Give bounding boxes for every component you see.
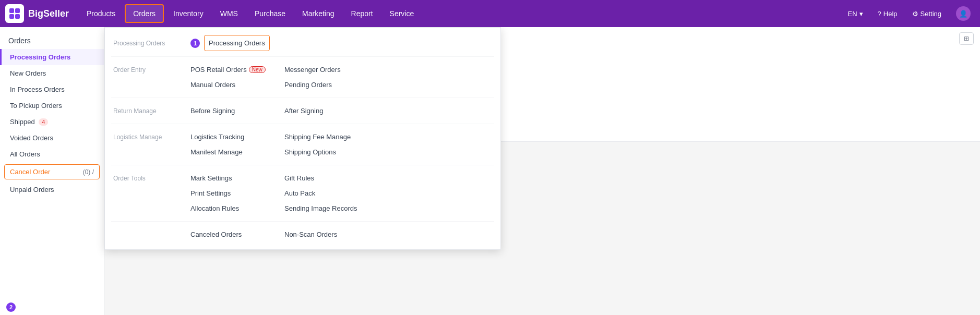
dd-section-label-tools: Order Tools bbox=[113, 171, 186, 182]
nav-service[interactable]: Service bbox=[383, 5, 422, 22]
sidebar-item-all-orders[interactable]: All Orders bbox=[0, 146, 104, 162]
dd-messenger-orders[interactable]: Messenger Orders bbox=[280, 62, 345, 77]
svg-rect-2 bbox=[9, 14, 14, 19]
sidebar-item-unpaid-orders[interactable]: Unpaid Orders bbox=[0, 181, 104, 198]
logo-text: BigSeller bbox=[28, 8, 69, 19]
dd-messenger-label: Messenger Orders bbox=[284, 66, 341, 74]
dd-auto-pack[interactable]: Auto Pack bbox=[280, 186, 361, 201]
dd-col-return-right: After Signing bbox=[280, 103, 327, 118]
dd-allocation-rules-label: Allocation Rules bbox=[190, 204, 239, 212]
dd-allocation-rules[interactable]: Allocation Rules bbox=[186, 201, 280, 216]
new-badge-pos: New bbox=[249, 66, 266, 73]
nav-products[interactable]: Products bbox=[79, 5, 123, 22]
dropdown-tools-section: Order Tools Mark Settings Print Settings… bbox=[105, 168, 500, 218]
dd-col-extra-right: Non-Scan Orders bbox=[280, 227, 341, 242]
dropdown-order-entry-section: Order Entry POS Retail Orders New Manual… bbox=[105, 60, 500, 94]
dd-col-order-entry-right: Messenger Orders Pending Orders bbox=[280, 62, 345, 92]
dd-before-signing[interactable]: Before Signing bbox=[186, 103, 280, 118]
dd-section-label-extra bbox=[113, 227, 186, 231]
sidebar-item-to-pickup-orders[interactable]: To Pickup Orders bbox=[0, 98, 104, 114]
dd-shipping-options-label: Shipping Options bbox=[284, 148, 336, 156]
dd-col-order-entry-left: POS Retail Orders New Manual Orders bbox=[186, 62, 280, 92]
logo[interactable]: BigSeller bbox=[5, 4, 69, 23]
dd-pending-label: Pending Orders bbox=[284, 81, 332, 89]
dd-shipping-fee-manage[interactable]: Shipping Fee Manage bbox=[280, 129, 355, 144]
expand-icon: ⊞ bbox=[964, 35, 969, 42]
dd-col-return-left: Before Signing bbox=[186, 103, 280, 118]
dd-sending-image-records[interactable]: Sending Image Records bbox=[280, 201, 361, 216]
dd-print-settings[interactable]: Print Settings bbox=[186, 186, 280, 201]
dd-section-label-order-entry: Order Entry bbox=[113, 62, 186, 74]
dd-shipping-options[interactable]: Shipping Options bbox=[280, 144, 355, 160]
sidebar: Orders Processing Orders New Orders In P… bbox=[0, 27, 104, 315]
dd-gift-rules[interactable]: Gift Rules bbox=[280, 171, 361, 186]
dd-canceled-orders[interactable]: Canceled Orders bbox=[186, 227, 280, 242]
dd-section-label-processing: Processing Orders bbox=[113, 40, 186, 47]
dd-processing-orders[interactable]: Processing Orders bbox=[204, 35, 270, 51]
lang-text: EN bbox=[847, 10, 857, 18]
nav-marketing[interactable]: Marketing bbox=[295, 5, 341, 22]
main-layout: Orders Processing Orders New Orders In P… bbox=[0, 27, 980, 315]
expand-tabs-button[interactable]: ⊞ bbox=[959, 32, 974, 45]
user-avatar[interactable]: 👤 bbox=[952, 4, 975, 23]
dd-print-settings-label: Print Settings bbox=[190, 189, 231, 197]
help-icon: ? bbox=[878, 10, 881, 18]
dd-section-label-logistics: Logistics Manage bbox=[113, 129, 186, 141]
dd-manual-orders[interactable]: Manual Orders bbox=[186, 77, 280, 92]
nav-orders[interactable]: Orders bbox=[125, 4, 164, 23]
orders-dropdown: Processing Orders 1 Processing Orders Or… bbox=[104, 27, 501, 250]
help-button[interactable]: ? Help bbox=[874, 8, 902, 20]
dd-col-extra-left: Canceled Orders bbox=[186, 227, 280, 242]
dd-after-signing[interactable]: After Signing bbox=[280, 103, 327, 118]
dd-col-logistics-right: Shipping Fee Manage Shipping Options bbox=[280, 129, 355, 160]
svg-rect-1 bbox=[15, 8, 20, 13]
sidebar-item-in-process-orders[interactable]: In Process Orders bbox=[0, 81, 104, 98]
dd-processing-orders-label: Processing Orders bbox=[209, 39, 265, 47]
gear-icon: ⚙ bbox=[912, 10, 918, 18]
cancel-order-label: Cancel Order bbox=[10, 168, 50, 176]
dd-mark-settings-label: Mark Settings bbox=[190, 174, 232, 182]
dd-manifest-label: Manifest Manage bbox=[190, 148, 243, 156]
dd-manual-label: Manual Orders bbox=[190, 81, 235, 89]
nav-purchase[interactable]: Purchase bbox=[247, 5, 293, 22]
dd-sending-image-label: Sending Image Records bbox=[284, 204, 357, 212]
dd-logistics-tracking[interactable]: Logistics Tracking bbox=[186, 129, 280, 144]
nav-items: Products Orders Inventory WMS Purchase M… bbox=[79, 4, 843, 23]
dd-col-tools-right: Gift Rules Auto Pack Sending Image Recor… bbox=[280, 171, 361, 216]
dd-pending-orders[interactable]: Pending Orders bbox=[280, 77, 345, 92]
sidebar-item-cancel-order[interactable]: Cancel Order (0) / bbox=[4, 164, 100, 179]
language-selector[interactable]: EN ▾ bbox=[843, 8, 867, 20]
svg-rect-0 bbox=[9, 8, 14, 13]
dd-divider-4 bbox=[111, 165, 494, 165]
dd-non-scan-orders[interactable]: Non-Scan Orders bbox=[280, 227, 341, 242]
dd-shipping-fee-label: Shipping Fee Manage bbox=[284, 133, 351, 141]
dropdown-logistics-section: Logistics Manage Logistics Tracking Mani… bbox=[105, 127, 500, 162]
top-navigation: BigSeller Products Orders Inventory WMS … bbox=[0, 0, 980, 27]
sidebar-item-new-orders[interactable]: New Orders bbox=[0, 65, 104, 81]
sidebar-item-processing-orders[interactable]: Processing Orders bbox=[0, 49, 104, 65]
dd-divider-3 bbox=[111, 124, 494, 124]
step-badge-1: 1 bbox=[190, 39, 200, 48]
dd-section-label-return: Return Manage bbox=[113, 103, 186, 115]
dd-divider-2 bbox=[111, 98, 494, 98]
dd-mark-settings[interactable]: Mark Settings bbox=[186, 171, 280, 186]
dd-col-logistics-left: Logistics Tracking Manifest Manage bbox=[186, 129, 280, 160]
dropdown-processing-section: Processing Orders 1 Processing Orders bbox=[105, 33, 500, 53]
dd-pos-label: POS Retail Orders bbox=[190, 66, 247, 74]
logo-icon bbox=[5, 4, 24, 23]
dd-canceled-label: Canceled Orders bbox=[190, 231, 242, 238]
setting-label: Setting bbox=[921, 10, 941, 18]
sidebar-item-shipped[interactable]: Shipped 4 bbox=[0, 114, 104, 130]
setting-button[interactable]: ⚙ Setting bbox=[908, 8, 946, 20]
nav-inventory[interactable]: Inventory bbox=[166, 5, 211, 22]
nav-wms[interactable]: WMS bbox=[213, 5, 245, 22]
nav-report[interactable]: Report bbox=[344, 5, 380, 22]
dd-pos-retail-orders[interactable]: POS Retail Orders New bbox=[186, 62, 280, 77]
dd-divider-5 bbox=[111, 221, 494, 222]
dd-manifest-manage[interactable]: Manifest Manage bbox=[186, 144, 280, 160]
help-label: Help bbox=[883, 10, 898, 18]
dd-logistics-tracking-label: Logistics Tracking bbox=[190, 133, 244, 141]
sidebar-item-voided-orders[interactable]: Voided Orders bbox=[0, 130, 104, 146]
step-indicator-2: 2 bbox=[6, 302, 16, 312]
expand-controls: ⊞ bbox=[959, 32, 974, 45]
